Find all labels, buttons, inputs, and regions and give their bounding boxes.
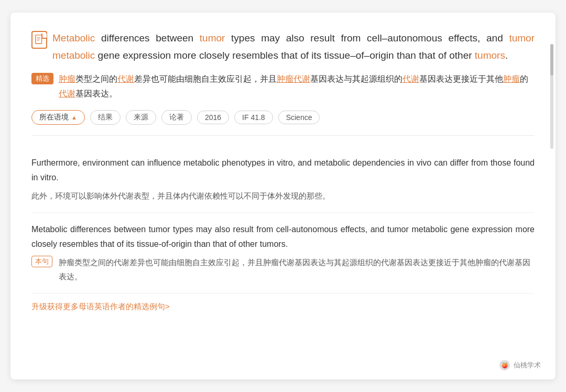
result-1-english: Furthermore, environment can influence m… <box>31 156 535 185</box>
scrollbar[interactable] <box>550 44 553 149</box>
tag-year-label: 2016 <box>205 113 221 122</box>
jingxuan-badge: 精选 <box>31 73 53 84</box>
highlight-metabolic: Metabolic <box>52 32 95 43</box>
result-2-english: Metabolic differences between tumor type… <box>31 222 535 252</box>
benj-badge: 本句 <box>31 256 52 267</box>
tag-paper-label: 论著 <box>169 113 184 122</box>
highlight-tumor1: tumor <box>200 32 225 43</box>
tag-context-label: 所在语境 <box>39 113 69 122</box>
tag-result[interactable]: 结果 <box>90 110 121 125</box>
featured-english-text: Metabolic differences between tumor type… <box>52 29 535 64</box>
cn-highlight-4: 代谢 <box>402 74 419 83</box>
tag-result-label: 结果 <box>98 113 113 122</box>
document-icon <box>31 31 47 49</box>
tag-source-label: 来源 <box>134 113 148 122</box>
svg-rect-0 <box>36 35 42 43</box>
main-card: Metabolic differences between tumor type… <box>10 13 556 379</box>
featured-chinese: 精选 肿瘤类型之间的代谢差异也可能由细胞自主效应引起，并且肿瘤代谢基因表达与其起… <box>31 72 535 102</box>
result-2-chinese: 肿瘤类型之间的代谢差异也可能由细胞自主效应引起，并且肿瘤代谢基因表达与其起源组织… <box>59 256 535 284</box>
cn-highlight-2: 代谢 <box>117 74 134 83</box>
cn-highlight-5: 肿瘤 <box>503 74 520 83</box>
upgrade-link[interactable]: 升级获得更多母语英语作者的精选例句> <box>31 302 170 312</box>
highlight-tumors: tumors <box>475 50 505 61</box>
highlight-tumor-metabolic: tumor metabolic <box>52 32 535 61</box>
tag-context[interactable]: 所在语境 ▲ <box>31 110 85 125</box>
tag-year[interactable]: 2016 <box>197 111 229 124</box>
tag-source[interactable]: 来源 <box>126 110 156 125</box>
tag-if[interactable]: IF 41.8 <box>234 111 273 124</box>
result-1-chinese: 此外，环境可以影响体外代谢表型，并且体内代谢依赖性可以不同于体外发现的那些。 <box>31 189 535 203</box>
featured-english: Metabolic differences between tumor type… <box>31 29 535 64</box>
featured-section: Metabolic differences between tumor type… <box>31 29 535 136</box>
result-item-1: Furthermore, environment can influence m… <box>31 146 535 213</box>
tag-if-label: IF 41.8 <box>242 113 265 122</box>
tag-journal-label: Science <box>286 113 312 122</box>
scrollbar-thumb <box>550 44 553 75</box>
watermark: 🍑 仙桃学术 <box>499 360 541 371</box>
svg-text:🍑: 🍑 <box>502 362 508 369</box>
tags-row: 所在语境 ▲ 结果 来源 论著 2016 IF 41.8 Science <box>31 110 535 125</box>
watermark-icon: 🍑 <box>499 360 510 371</box>
tag-paper[interactable]: 论著 <box>161 110 192 125</box>
cn-highlight-3: 肿瘤代谢 <box>277 74 310 83</box>
tag-journal[interactable]: Science <box>278 111 320 124</box>
tag-arrow-icon: ▲ <box>71 114 77 121</box>
cn-highlight-1: 肿瘤 <box>59 74 75 83</box>
watermark-text: 仙桃学术 <box>514 361 541 370</box>
result-item-2: Metabolic differences between tumor type… <box>31 213 535 293</box>
featured-chinese-text: 肿瘤类型之间的代谢差异也可能由细胞自主效应引起，并且肿瘤代谢基因表达与其起源组织… <box>59 72 535 102</box>
cn-highlight-6: 代谢 <box>59 89 75 98</box>
